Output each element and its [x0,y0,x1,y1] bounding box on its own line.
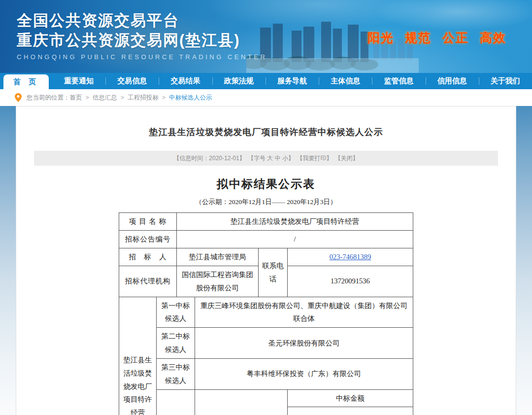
table-row: 招 标 人 垫江县城市管理局 联系电话 023-74681389 [119,248,413,266]
cell-candidate3-value: 粤丰科维环保投资（广东）有限公司 [195,358,413,389]
nav-tab-home[interactable]: 首 页 [3,74,49,89]
document-title: 拟中标结果公示表 [34,176,498,192]
page: 全国公共资源交易平台 重庆市公共资源交易网(垫江县) CHONGQING PUB… [0,0,532,415]
cell-agency-phone: 13720091536 [287,266,413,297]
nav-tab-service-guide[interactable]: 服务导航 [266,73,319,89]
cell-candidate2-value: 圣元环保股份有限公司 [195,328,413,359]
page-body: 垫江县生活垃圾焚烧发电厂项目特许经营中标候选人公示 【信息时间：2020-12-… [0,106,532,415]
table-row: 招标公告编号 / [119,231,413,248]
breadcrumb-separator: > [121,94,124,101]
nav-tab-about-us[interactable]: 关于我们 [479,73,532,89]
table-row: 第二中标候选人 圣元环保股份有限公司 [119,328,413,359]
cell-agency-label: 招标代理机构 [119,266,176,297]
cell-tenderer-label: 招 标 人 [119,248,176,266]
breadcrumb-current[interactable]: 中标候选人公示 [169,94,212,102]
location-pin-icon [15,93,22,102]
cell-notice-no-value: / [176,231,413,248]
slogan-word-1: 阳光 [367,30,394,46]
main-nav: 首 页 重要通知 交易信息 交易结果 政策法规 服务导航 主体信息 监管信息 信… [0,73,532,89]
breadcrumb-separator: > [162,94,166,101]
nav-tab-notices[interactable]: 重要通知 [52,73,105,89]
table-row: 项 目 名 称 垫江县生活垃圾焚烧发电厂项目特许经营 [119,213,413,231]
cell-tenderer-phone: 023-74681389 [287,248,413,266]
breadcrumb-prefix: 您当前的位置： [27,94,70,102]
nav-tab-trade-results[interactable]: 交易结果 [159,73,212,89]
table-row: 第三中标候选人 粤丰科维环保投资（广东）有限公司 [119,358,413,389]
breadcrumb-engineering-bidding[interactable]: 工程招投标 [128,94,159,102]
tenderer-phone-link[interactable]: 023-74681389 [330,253,371,261]
cell-candidate1-label: 第一中标候选人 [156,297,195,328]
cell-project-name-value: 垫江县生活垃圾焚烧发电厂项目特许经营 [176,213,413,231]
article-meta-bar: 【信息时间：2020-12-01】 【字号 大 中 小】 【我要打印】 【关闭】 [34,151,498,166]
meta-font-size-control[interactable]: 【字号 大 中 小】 [248,155,294,162]
cell-project-name-label: 项 目 名 称 [119,213,176,231]
slogan-word-3: 公正 [442,30,469,46]
cell-winner-label: 拟 中 标 人 [156,389,195,415]
article-title: 垫江县生活垃圾焚烧发电厂项目特许经营中标候选人公示 [34,119,498,151]
nav-tab-supervision-info[interactable]: 监管信息 [372,73,425,89]
cell-project-group-label: 垫江县生活垃圾焚烧发电厂项目特许经营 [119,297,156,415]
meta-info-time: 【信息时间：2020-12-01】 [173,155,245,162]
slogan: 阳光 规范 公正 高效 [367,30,506,46]
cell-notice-no-label: 招标公告编号 [119,231,176,248]
site-banner: 全国公共资源交易平台 重庆市公共资源交易网(垫江县) CHONGQING PUB… [0,0,532,73]
cell-candidate3-label: 第三中标候选人 [156,358,195,389]
nav-tab-credit-info[interactable]: 信用信息 [426,73,479,89]
publicity-period: （公示期：2020年12月1日—— 2020年12月3日） [34,198,498,207]
slogan-word-4: 高效 [480,30,506,46]
bid-results-table: 项 目 名 称 垫江县生活垃圾焚烧发电厂项目特许经营 招标公告编号 / 招 标 … [119,212,413,415]
breadcrumb-home[interactable]: 首页 [70,94,82,102]
cell-candidate1-value: 重庆三峰环境集团股份有限公司、重庆中航建设（集团）有限公司联合体 [195,297,413,328]
breadcrumb-info-summary[interactable]: 信息汇总 [93,94,117,102]
site-title-line2: 重庆市公共资源交易网(垫江县) [17,31,267,50]
cell-amount-value: 1、生活垃圾处理服务费初始单价107.8（元/吨）；2、餐厨垃圾处理服务费初始单… [287,407,413,415]
breadcrumb-separator: > [86,94,89,101]
cell-agency-value: 国信国际工程咨询集团股份有限公司 [176,266,258,297]
meta-close-button[interactable]: 【关闭】 [335,155,359,162]
cell-winner-value: 重庆三峰环境集团股份有限公司、重庆中航建设（集团）有限公司联合体 [195,389,287,415]
cell-tenderer-value: 垫江县城市管理局 [176,248,258,266]
cell-candidate2-label: 第二中标候选人 [156,328,195,359]
meta-print-button[interactable]: 【我要打印】 [297,155,332,162]
nav-tab-entity-info[interactable]: 主体信息 [319,73,372,89]
breadcrumb: 您当前的位置： 首页 > 信息汇总 > 工程招投标 > 中标候选人公示 [0,89,532,106]
cell-contact-label: 联系电话 [258,248,287,297]
nav-tab-policies[interactable]: 政策法规 [212,73,266,89]
slogan-word-2: 规范 [405,30,432,46]
table-row: 拟 中 标 人 重庆三峰环境集团股份有限公司、重庆中航建设（集团）有限公司联合体… [119,389,413,407]
site-title-line1: 全国公共资源交易平台 [17,11,267,31]
table-row: 垫江县生活垃圾焚烧发电厂项目特许经营 第一中标候选人 重庆三峰环境集团股份有限公… [119,297,413,328]
cell-amount-header: 中标金额 [287,389,413,407]
content-panel: 垫江县生活垃圾焚烧发电厂项目特许经营中标候选人公示 【信息时间：2020-12-… [16,106,516,415]
nav-tab-trade-info[interactable]: 交易信息 [105,73,159,89]
site-subtitle-en: CHONGQING PUBLIC RESOURCE TRADING CENTER [17,53,267,61]
